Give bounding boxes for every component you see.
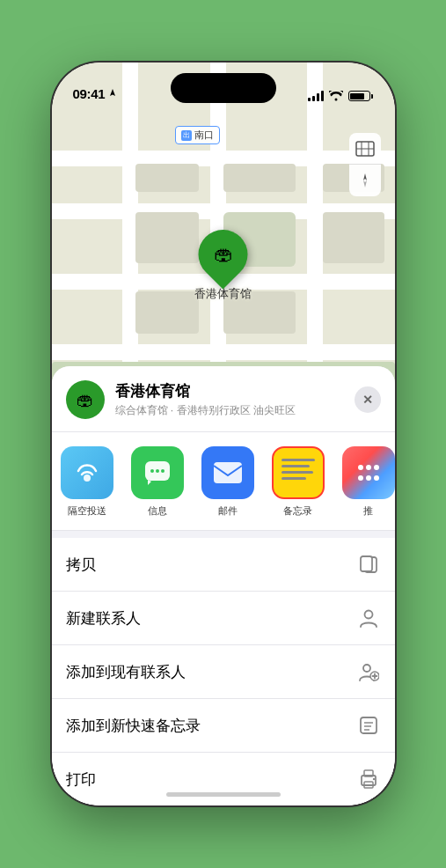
signal-bar-2 (312, 96, 315, 101)
bottom-sheet: 🏟 香港体育馆 综合体育馆 · 香港特别行政区 油尖旺区 ✕ (52, 366, 395, 805)
signal-bar-1 (308, 98, 311, 101)
person-add-svg (358, 661, 379, 682)
action-copy-label: 拷贝 (66, 555, 96, 575)
marker-pin: 🏟 (188, 219, 258, 289)
map-block (223, 164, 296, 192)
copy-icon (356, 552, 381, 577)
map-block (135, 291, 199, 334)
airdrop-svg (73, 459, 101, 487)
location-icon (108, 89, 117, 99)
more-icon (342, 446, 395, 499)
action-quick-note[interactable]: 添加到新快速备忘录 (52, 699, 395, 753)
more-dot-row-top (358, 465, 379, 470)
action-print[interactable]: 打印 (52, 753, 395, 805)
map-type-button[interactable] (349, 133, 381, 165)
map-icon (355, 141, 375, 157)
mail-label: 邮件 (218, 504, 238, 518)
action-print-label: 打印 (66, 769, 96, 790)
more-dot-row-bottom (358, 475, 379, 481)
print-icon (356, 767, 381, 791)
svg-rect-9 (361, 556, 372, 571)
person-svg (359, 607, 378, 629)
close-button[interactable]: ✕ (355, 386, 381, 413)
location-description: 综合体育馆 · 香港特别行政区 油尖旺区 (115, 403, 344, 418)
message-svg (143, 459, 172, 487)
print-svg (358, 769, 379, 789)
svg-rect-7 (214, 462, 242, 483)
share-message[interactable]: 信息 (122, 446, 193, 518)
phone-screen: 09:41 (52, 63, 395, 805)
map-label-icon: 出 (181, 130, 192, 141)
copy-svg (359, 554, 378, 575)
stadium-marker: 🏟 香港体育馆 (194, 230, 252, 302)
map-label: 出 南口 (175, 126, 220, 144)
person-icon (356, 606, 381, 630)
signal-bars (308, 91, 324, 101)
message-label: 信息 (148, 504, 167, 518)
signal-bar-4 (321, 91, 324, 101)
mail-icon (201, 446, 254, 499)
airdrop-icon (61, 446, 113, 499)
notes-label: 备忘录 (283, 504, 312, 518)
svg-point-2 (84, 474, 91, 482)
svg-point-5 (156, 469, 159, 473)
action-copy[interactable]: 拷贝 (52, 538, 395, 592)
map-block (323, 212, 384, 263)
marker-pin-inner: 🏟 (214, 243, 233, 266)
note-svg (359, 716, 378, 735)
location-card-icon: 🏟 (66, 380, 105, 419)
location-name: 香港体育馆 (115, 381, 344, 401)
share-row: 隔空投送 信息 (52, 432, 395, 531)
svg-rect-15 (361, 717, 377, 733)
phone-frame: 09:41 (52, 63, 395, 805)
action-list: 拷贝 新建联系人 (52, 538, 395, 805)
note-icon (356, 713, 381, 738)
map-block (135, 212, 199, 263)
map-controls (349, 133, 381, 196)
svg-point-0 (334, 99, 337, 101)
action-quick-note-label: 添加到新快速备忘录 (66, 716, 201, 736)
action-new-contact-label: 新建联系人 (66, 608, 141, 629)
location-button[interactable] (349, 165, 381, 196)
share-mail[interactable]: 邮件 (193, 446, 263, 518)
svg-point-6 (161, 469, 165, 473)
message-icon (131, 446, 184, 499)
notes-lines (281, 459, 315, 480)
svg-point-11 (363, 665, 370, 672)
share-more[interactable]: 推 (333, 446, 395, 518)
person-add-icon (356, 659, 381, 684)
wifi-icon (329, 91, 343, 101)
action-add-to-contact-label: 添加到现有联系人 (66, 662, 186, 682)
compass-icon (357, 173, 373, 188)
location-card: 🏟 香港体育馆 综合体育馆 · 香港特别行政区 油尖旺区 ✕ (52, 366, 395, 432)
status-time: 09:41 (73, 86, 106, 101)
battery-fill (350, 93, 364, 99)
share-notes[interactable]: 备忘录 (263, 446, 333, 518)
action-add-to-contact[interactable]: 添加到现有联系人 (52, 645, 395, 699)
map-block (135, 164, 199, 192)
airdrop-label: 隔空投送 (68, 504, 106, 518)
map-label-text: 南口 (194, 129, 214, 142)
notes-icon (272, 446, 325, 499)
svg-point-10 (364, 611, 372, 619)
location-info: 香港体育馆 综合体育馆 · 香港特别行政区 油尖旺区 (115, 381, 344, 418)
share-airdrop[interactable]: 隔空投送 (52, 446, 122, 518)
svg-point-22 (372, 778, 374, 780)
battery-icon (348, 91, 370, 101)
home-indicator (166, 792, 281, 797)
signal-bar-3 (317, 93, 319, 101)
dynamic-island (171, 73, 276, 103)
status-icons (308, 91, 370, 101)
mail-svg (212, 460, 244, 485)
more-label: 推 (363, 504, 373, 518)
svg-point-4 (150, 469, 154, 473)
action-new-contact[interactable]: 新建联系人 (52, 592, 395, 645)
